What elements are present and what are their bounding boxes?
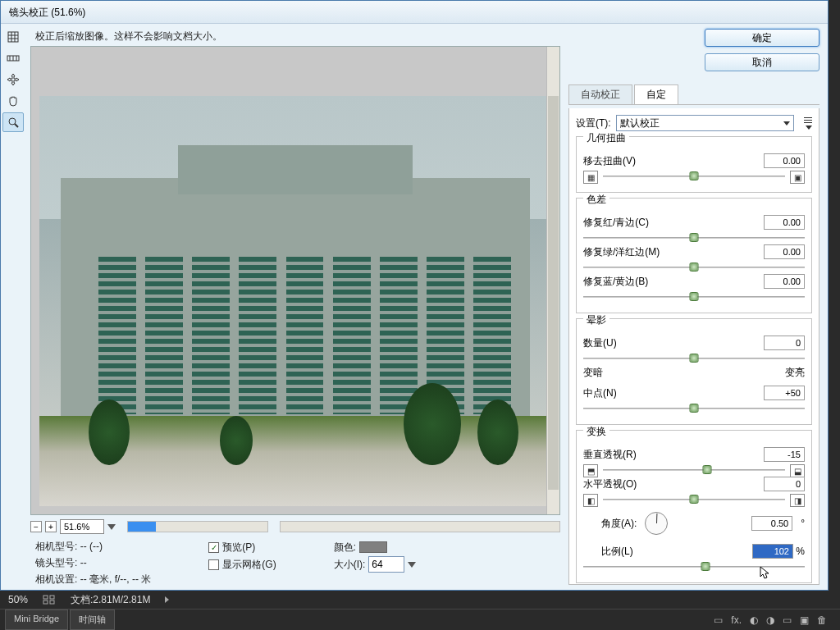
grid-checkbox[interactable] [208, 559, 219, 570]
status-bar: 50% 文档:2.81M/2.81M [0, 591, 840, 609]
status-zoom[interactable]: 50% [8, 594, 28, 605]
horizontal-scrollbar-2[interactable] [280, 521, 560, 532]
remove-distortion-tool-icon[interactable] [2, 27, 24, 47]
dialog-title: 镜头校正 (51.6%) [1, 1, 828, 24]
status-doc: 文档:2.81M/2.81M [71, 593, 150, 607]
vpersp-label: 垂直透视(R) [583, 448, 637, 462]
settings-label: 设置(T): [576, 116, 611, 130]
group-geometric-title: 几何扭曲 [583, 131, 629, 145]
zoom-bar: − + [30, 517, 560, 536]
svg-rect-13 [43, 600, 48, 604]
midpoint-label: 中点(N) [583, 386, 617, 400]
tool-strip [1, 24, 25, 590]
amount-label: 数量(U) [583, 336, 617, 350]
zoom-tool-icon[interactable] [2, 112, 24, 132]
vpersp-input[interactable] [764, 447, 805, 462]
svg-rect-12 [50, 596, 54, 599]
dialog-content: 校正后缩放图像。这样不会影响文档大小。 [1, 24, 828, 590]
footer-adjust-icon[interactable]: ◑ [766, 614, 774, 626]
lens-model-label: 镜头型号: -- [35, 556, 151, 570]
footer-new-icon[interactable]: ▣ [800, 614, 809, 626]
tab-mini-bridge[interactable]: Mini Bridge [5, 609, 68, 630]
zoom-input[interactable] [60, 519, 104, 534]
footer-icons: ▭ fx. ◐ ◑ ▭ ▣ 🗑 [705, 614, 835, 626]
midpoint-slider[interactable] [583, 403, 805, 414]
move-grid-tool-icon[interactable] [2, 70, 24, 89]
footer-folder-icon[interactable]: ▭ [783, 614, 792, 626]
panel-menu-icon[interactable] [799, 117, 812, 130]
zoom-in-button[interactable]: + [45, 521, 57, 532]
by-input[interactable] [764, 274, 805, 289]
angle-input[interactable] [751, 516, 792, 531]
camera-settings-label: 相机设置: -- 毫米, f/--, -- 米 [35, 573, 151, 587]
rc-input[interactable] [764, 215, 805, 230]
tab-auto[interactable]: 自动校正 [568, 84, 632, 104]
footer-mask-icon[interactable]: ◐ [750, 614, 758, 626]
preview-checkbox[interactable]: ✓ [208, 542, 219, 553]
group-chromatic-title: 色差 [583, 193, 609, 207]
amount-slider[interactable] [583, 353, 805, 364]
group-vignette: 晕影 数量(U) 变暗变亮 中点(N) [576, 318, 812, 425]
footer-fx-icon[interactable]: fx. [731, 614, 742, 626]
hpersp-input[interactable] [764, 477, 805, 491]
by-slider[interactable] [583, 291, 805, 303]
footer-trash-icon[interactable]: 🗑 [817, 614, 827, 626]
angle-unit: ° [801, 518, 805, 529]
zoom-menu-icon[interactable] [107, 524, 116, 530]
footer-icon-1[interactable]: ▭ [714, 614, 723, 626]
group-chromatic: 色差 修复红/青边(C) 修复绿/洋红边(M) 修复蓝/黄边(B) [576, 198, 812, 313]
hpersp-slider[interactable] [603, 494, 785, 505]
vpersp-bottom-icon: ⬓ [790, 464, 805, 477]
group-geometric: 几何扭曲 移去扭曲(V) ▦ ▣ [576, 136, 812, 193]
svg-rect-11 [43, 596, 48, 599]
remove-distortion-slider[interactable] [603, 171, 785, 182]
settings-dropdown[interactable]: 默认校正 [616, 115, 794, 131]
vertical-scrollbar[interactable] [546, 47, 559, 514]
scale-slider[interactable] [583, 561, 805, 573]
hpersp-label: 水平透视(O) [583, 477, 637, 491]
scale-input[interactable] [752, 544, 793, 559]
status-arrow-icon[interactable] [165, 596, 169, 603]
svg-line-10 [15, 124, 18, 127]
group-transform: 变换 垂直透视(R) ⬒ ⬓ 水平透视(O) ◧ ◨ 角度(A): [576, 430, 812, 583]
tab-timeline[interactable]: 时间轴 [70, 609, 115, 630]
by-label: 修复蓝/黄边(B) [583, 275, 648, 289]
horizontal-scrollbar[interactable] [127, 521, 268, 532]
preview-canvas[interactable] [30, 46, 560, 515]
gm-label: 修复绿/洋红边(M) [583, 245, 660, 259]
hand-tool-icon[interactable] [2, 91, 24, 111]
ok-button[interactable]: 确定 [705, 29, 819, 47]
cancel-button[interactable]: 取消 [705, 53, 819, 71]
scale-label: 比例(L) [601, 545, 633, 559]
vpersp-slider[interactable] [603, 464, 785, 476]
amount-input[interactable] [764, 336, 805, 350]
straighten-tool-icon[interactable] [2, 48, 24, 68]
size-dropdown-icon[interactable] [408, 562, 416, 568]
angle-label: 角度(A): [601, 517, 637, 531]
group-transform-title: 变换 [583, 425, 609, 439]
svg-rect-14 [50, 600, 54, 604]
remove-distortion-input[interactable] [764, 153, 805, 168]
zoom-out-button[interactable]: − [30, 521, 42, 532]
gm-input[interactable] [764, 244, 805, 259]
info-row: 相机型号: -- (--) 镜头型号: -- 相机设置: -- 毫米, f/--… [30, 536, 560, 587]
scale-unit: % [796, 546, 805, 557]
grid-color-swatch[interactable] [359, 541, 387, 553]
tab-custom[interactable]: 自定 [634, 84, 678, 104]
expose-icon[interactable] [43, 595, 56, 605]
rc-slider[interactable] [583, 232, 805, 244]
rc-label: 修复红/青边(C) [583, 216, 649, 230]
midpoint-input[interactable] [764, 386, 805, 400]
hpersp-left-icon: ◧ [583, 494, 598, 507]
camera-model-label: 相机型号: -- (--) [35, 540, 151, 554]
svg-rect-0 [8, 32, 18, 42]
gm-slider[interactable] [583, 262, 805, 273]
angle-dial[interactable] [645, 512, 668, 535]
pincushion-icon: ▣ [790, 171, 805, 184]
size-label: 大小(I): [334, 558, 366, 572]
bottom-tabs: Mini Bridge 时间轴 ▭ fx. ◐ ◑ ▭ ▣ 🗑 [0, 609, 840, 630]
right-panel: 确定 取消 自动校正 自定 设置(T): 默认校正 几何扭曲 移去扭曲(V) [565, 24, 828, 590]
grid-size-input[interactable] [368, 556, 404, 573]
hpersp-right-icon: ◨ [790, 494, 805, 507]
svg-point-9 [9, 118, 16, 125]
